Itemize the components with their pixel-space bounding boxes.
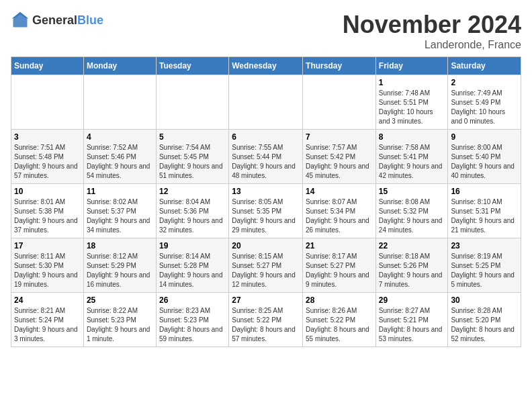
weekday-header-wednesday: Wednesday <box>229 57 303 75</box>
day-number: 25 <box>87 295 153 305</box>
calendar-cell: 23Sunrise: 8:19 AM Sunset: 5:25 PM Dayli… <box>448 238 521 293</box>
day-number: 9 <box>451 132 518 142</box>
day-number: 30 <box>451 295 518 305</box>
logo: GeneralBlue <box>11 11 103 30</box>
calendar-cell: 2Sunrise: 7:49 AM Sunset: 5:49 PM Daylig… <box>448 75 521 130</box>
calendar-cell: 8Sunrise: 7:58 AM Sunset: 5:41 PM Daylig… <box>375 130 448 184</box>
day-number: 11 <box>87 187 153 196</box>
day-detail: Sunrise: 7:52 AM Sunset: 5:46 PM Dayligh… <box>87 143 153 181</box>
day-detail: Sunrise: 8:00 AM Sunset: 5:40 PM Dayligh… <box>451 143 518 181</box>
day-detail: Sunrise: 8:05 AM Sunset: 5:35 PM Dayligh… <box>232 197 300 235</box>
day-detail: Sunrise: 8:01 AM Sunset: 5:38 PM Dayligh… <box>14 197 81 235</box>
calendar-cell: 15Sunrise: 8:08 AM Sunset: 5:32 PM Dayli… <box>375 184 448 238</box>
calendar-cell: 16Sunrise: 8:10 AM Sunset: 5:31 PM Dayli… <box>448 184 521 238</box>
day-number: 22 <box>379 241 445 250</box>
calendar-cell: 7Sunrise: 7:57 AM Sunset: 5:42 PM Daylig… <box>303 130 376 184</box>
day-number: 3 <box>14 132 81 142</box>
day-detail: Sunrise: 8:11 AM Sunset: 5:30 PM Dayligh… <box>14 252 81 289</box>
calendar-cell: 26Sunrise: 8:23 AM Sunset: 5:23 PM Dayli… <box>156 293 228 347</box>
day-number: 5 <box>159 132 226 142</box>
day-detail: Sunrise: 8:21 AM Sunset: 5:24 PM Dayligh… <box>14 306 81 344</box>
calendar-cell: 20Sunrise: 8:15 AM Sunset: 5:27 PM Dayli… <box>229 238 303 293</box>
weekday-header-row: SundayMondayTuesdayWednesdayThursdayFrid… <box>11 57 521 75</box>
calendar-cell: 25Sunrise: 8:22 AM Sunset: 5:23 PM Dayli… <box>83 293 156 347</box>
calendar-week-4: 17Sunrise: 8:11 AM Sunset: 5:30 PM Dayli… <box>11 238 521 293</box>
day-detail: Sunrise: 7:57 AM Sunset: 5:42 PM Dayligh… <box>306 143 373 181</box>
calendar-cell <box>229 75 303 130</box>
day-number: 14 <box>306 187 373 196</box>
logo-blue: Blue <box>77 13 103 27</box>
day-number: 8 <box>379 132 445 142</box>
weekday-header-monday: Monday <box>83 57 156 75</box>
logo-icon <box>11 11 30 30</box>
calendar-table: SundayMondayTuesdayWednesdayThursdayFrid… <box>11 56 521 347</box>
calendar-cell: 22Sunrise: 8:18 AM Sunset: 5:26 PM Dayli… <box>375 238 448 293</box>
month-title: November 2024 <box>343 11 521 39</box>
calendar-cell <box>303 75 376 130</box>
day-detail: Sunrise: 7:51 AM Sunset: 5:48 PM Dayligh… <box>14 143 81 181</box>
day-detail: Sunrise: 7:55 AM Sunset: 5:44 PM Dayligh… <box>232 143 300 181</box>
day-number: 24 <box>14 295 81 305</box>
day-detail: Sunrise: 8:12 AM Sunset: 5:29 PM Dayligh… <box>87 252 153 289</box>
calendar-cell <box>83 75 156 130</box>
day-detail: Sunrise: 7:49 AM Sunset: 5:49 PM Dayligh… <box>451 89 518 126</box>
day-detail: Sunrise: 8:02 AM Sunset: 5:37 PM Dayligh… <box>87 197 153 235</box>
day-detail: Sunrise: 8:19 AM Sunset: 5:25 PM Dayligh… <box>451 252 518 289</box>
calendar-cell: 4Sunrise: 7:52 AM Sunset: 5:46 PM Daylig… <box>83 130 156 184</box>
calendar-cell: 12Sunrise: 8:04 AM Sunset: 5:36 PM Dayli… <box>156 184 228 238</box>
calendar-cell: 24Sunrise: 8:21 AM Sunset: 5:24 PM Dayli… <box>11 293 84 347</box>
calendar-week-5: 24Sunrise: 8:21 AM Sunset: 5:24 PM Dayli… <box>11 293 521 347</box>
calendar-cell: 5Sunrise: 7:54 AM Sunset: 5:45 PM Daylig… <box>156 130 228 184</box>
calendar-week-2: 3Sunrise: 7:51 AM Sunset: 5:48 PM Daylig… <box>11 130 521 184</box>
day-detail: Sunrise: 7:58 AM Sunset: 5:41 PM Dayligh… <box>379 143 445 181</box>
day-detail: Sunrise: 8:23 AM Sunset: 5:23 PM Dayligh… <box>159 306 226 344</box>
day-number: 1 <box>379 78 445 87</box>
day-number: 20 <box>232 241 300 250</box>
day-detail: Sunrise: 8:26 AM Sunset: 5:22 PM Dayligh… <box>306 306 373 344</box>
calendar-cell <box>11 75 84 130</box>
calendar-cell: 28Sunrise: 8:26 AM Sunset: 5:22 PM Dayli… <box>303 293 376 347</box>
day-number: 7 <box>306 132 373 142</box>
weekday-header-sunday: Sunday <box>11 57 84 75</box>
day-detail: Sunrise: 8:25 AM Sunset: 5:22 PM Dayligh… <box>232 306 300 344</box>
day-detail: Sunrise: 8:28 AM Sunset: 5:20 PM Dayligh… <box>451 306 518 344</box>
day-number: 2 <box>451 78 518 87</box>
calendar-cell <box>156 75 228 130</box>
calendar-cell: 3Sunrise: 7:51 AM Sunset: 5:48 PM Daylig… <box>11 130 84 184</box>
day-detail: Sunrise: 8:15 AM Sunset: 5:27 PM Dayligh… <box>232 252 300 289</box>
day-detail: Sunrise: 8:18 AM Sunset: 5:26 PM Dayligh… <box>379 252 445 289</box>
day-number: 4 <box>87 132 153 142</box>
day-number: 28 <box>306 295 373 305</box>
day-number: 21 <box>306 241 373 250</box>
logo-text: GeneralBlue <box>32 13 103 28</box>
svg-marker-0 <box>13 13 28 28</box>
day-number: 19 <box>159 241 226 250</box>
day-detail: Sunrise: 8:14 AM Sunset: 5:28 PM Dayligh… <box>159 252 226 289</box>
day-detail: Sunrise: 8:04 AM Sunset: 5:36 PM Dayligh… <box>159 197 226 235</box>
day-number: 10 <box>14 187 81 196</box>
day-detail: Sunrise: 8:07 AM Sunset: 5:34 PM Dayligh… <box>306 197 373 235</box>
calendar-week-1: 1Sunrise: 7:48 AM Sunset: 5:51 PM Daylig… <box>11 75 521 130</box>
calendar-cell: 11Sunrise: 8:02 AM Sunset: 5:37 PM Dayli… <box>83 184 156 238</box>
day-number: 17 <box>14 241 81 250</box>
day-number: 18 <box>87 241 153 250</box>
calendar-cell: 9Sunrise: 8:00 AM Sunset: 5:40 PM Daylig… <box>448 130 521 184</box>
day-detail: Sunrise: 7:54 AM Sunset: 5:45 PM Dayligh… <box>159 143 226 181</box>
day-detail: Sunrise: 8:22 AM Sunset: 5:23 PM Dayligh… <box>87 306 153 344</box>
day-number: 6 <box>232 132 300 142</box>
weekday-header-saturday: Saturday <box>448 57 521 75</box>
weekday-header-thursday: Thursday <box>303 57 376 75</box>
location: Landeronde, France <box>343 39 521 51</box>
calendar-cell: 6Sunrise: 7:55 AM Sunset: 5:44 PM Daylig… <box>229 130 303 184</box>
day-number: 13 <box>232 187 300 196</box>
day-detail: Sunrise: 8:17 AM Sunset: 5:27 PM Dayligh… <box>306 252 373 289</box>
calendar-cell: 30Sunrise: 8:28 AM Sunset: 5:20 PM Dayli… <box>448 293 521 347</box>
day-number: 29 <box>379 295 445 305</box>
calendar-cell: 17Sunrise: 8:11 AM Sunset: 5:30 PM Dayli… <box>11 238 84 293</box>
calendar-cell: 21Sunrise: 8:17 AM Sunset: 5:27 PM Dayli… <box>303 238 376 293</box>
day-number: 26 <box>159 295 226 305</box>
day-number: 12 <box>159 187 226 196</box>
calendar-cell: 29Sunrise: 8:27 AM Sunset: 5:21 PM Dayli… <box>375 293 448 347</box>
page-header: GeneralBlue November 2024 Landeronde, Fr… <box>11 11 521 51</box>
day-number: 23 <box>451 241 518 250</box>
